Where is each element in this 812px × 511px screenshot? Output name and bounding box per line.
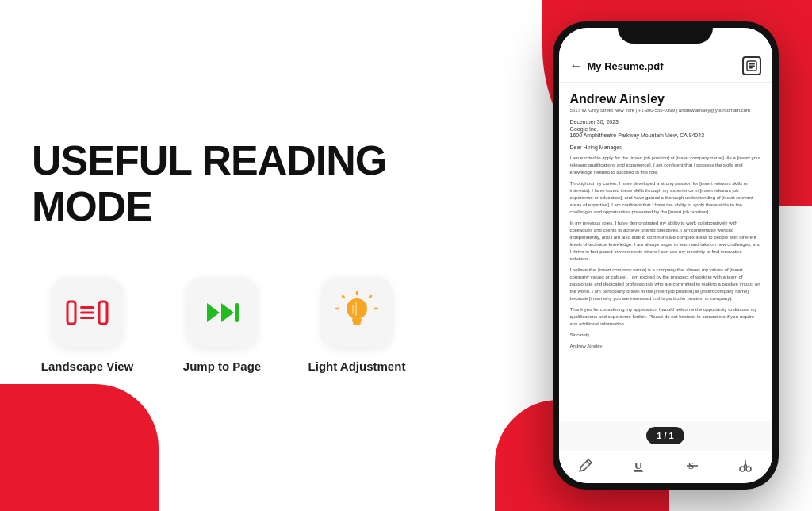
- svg-rect-3: [80, 311, 94, 313]
- resume-para-7: Andrew Ainsley: [570, 343, 761, 350]
- feature-landscape: Landscape View: [32, 277, 143, 373]
- phone-outer: ← My Resume.pdf Andrew Ainsley 5517 W. G…: [553, 21, 779, 490]
- header-left: ← My Resume.pdf: [570, 59, 664, 73]
- phone-container: ← My Resume.pdf Andrew Ainsley 5517 W. G…: [542, 16, 788, 495]
- svg-rect-20: [749, 66, 755, 67]
- back-arrow-icon[interactable]: ←: [570, 59, 583, 73]
- svg-rect-19: [749, 63, 755, 65]
- feature-light: Light Adjustment: [301, 277, 412, 373]
- left-content: USEFUL READING MODE Landscape View: [32, 0, 476, 511]
- landscape-icon: [66, 297, 109, 328]
- resume-para-2: Throughout my career, I have developed a…: [570, 180, 761, 216]
- svg-rect-1: [99, 302, 107, 324]
- landscape-icon-wrap: [52, 277, 123, 348]
- pdf-content: Andrew Ainsley 5517 W. Gray Street New Y…: [559, 83, 772, 421]
- resume-contact: 5517 W. Gray Street New York | +1-300-55…: [570, 108, 761, 113]
- resume-address: 1600 Amphitheatre Parkway Mountain View,…: [570, 133, 761, 138]
- underline-icon: U: [630, 458, 646, 474]
- light-icon: [335, 291, 378, 334]
- page-indicator-wrap: 1 / 1: [559, 421, 772, 451]
- feature-jump: Jump to Page: [167, 277, 278, 373]
- svg-rect-7: [235, 303, 239, 322]
- resume-para-4: I believe that [insert company name] is …: [570, 267, 761, 302]
- svg-marker-5: [207, 303, 220, 322]
- scissors-icon: [737, 458, 753, 474]
- resume-para-5: Thank you for considering my application…: [570, 306, 761, 328]
- svg-line-30: [745, 463, 747, 467]
- features-row: Landscape View Jump to Page: [32, 277, 476, 373]
- svg-rect-21: [749, 67, 753, 69]
- page-indicator: 1 / 1: [646, 427, 684, 444]
- strikethrough-icon: S: [684, 458, 700, 474]
- landscape-label: Landscape View: [41, 359, 133, 373]
- resume-name: Andrew Ainsley: [570, 92, 761, 106]
- resume-greeting: Dear Hiring Manager,: [570, 144, 761, 150]
- jump-label: Jump to Page: [183, 359, 261, 373]
- toolbar-more-button[interactable]: [737, 458, 753, 474]
- jump-icon: [201, 297, 243, 328]
- phone-notch: [618, 21, 713, 44]
- svg-marker-6: [221, 303, 234, 322]
- svg-rect-0: [67, 302, 75, 324]
- header-title: My Resume.pdf: [588, 60, 664, 72]
- phone-inner: ← My Resume.pdf Andrew Ainsley 5517 W. G…: [559, 28, 772, 483]
- resume-date: December 30, 2023: [570, 119, 761, 125]
- resume-para-1: I am excited to apply for the [insert jo…: [570, 155, 761, 176]
- header-menu-icon[interactable]: [742, 56, 761, 75]
- toolbar-pen-button[interactable]: [577, 458, 593, 474]
- toolbar-underline-button[interactable]: U: [630, 458, 646, 474]
- app-toolbar: U S: [559, 451, 772, 483]
- svg-text:U: U: [634, 459, 642, 471]
- svg-rect-4: [80, 317, 94, 319]
- pen-icon: [577, 458, 593, 474]
- jump-icon-wrap: [186, 277, 258, 348]
- resume-company: Google Inc.: [570, 126, 761, 132]
- main-title: USEFUL READING MODE: [32, 138, 476, 229]
- svg-line-10: [370, 296, 371, 298]
- light-icon-wrap: [321, 277, 393, 348]
- toolbar-strikethrough-button[interactable]: S: [684, 458, 700, 474]
- svg-rect-15: [353, 321, 361, 325]
- menu-icon: [746, 60, 757, 71]
- svg-line-12: [343, 296, 344, 298]
- svg-rect-2: [80, 306, 94, 309]
- resume-para-3: In my previous roles, I have demonstrate…: [570, 220, 761, 263]
- svg-line-22: [587, 461, 590, 464]
- resume-para-6: Sincerely,: [570, 332, 761, 339]
- light-label: Light Adjustment: [308, 359, 406, 373]
